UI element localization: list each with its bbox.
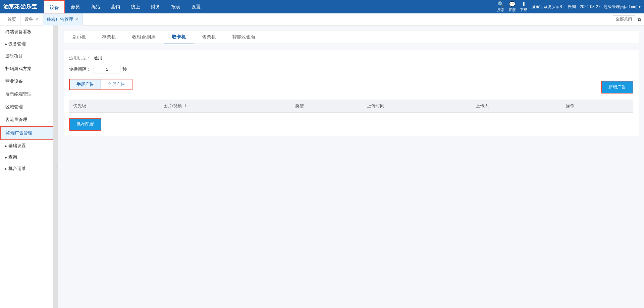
search-button[interactable]: 🔍 搜索 [497, 1, 504, 12]
nav-item-baobiao[interactable]: 报表 [166, 0, 186, 13]
topbar-right: 🔍 搜索 💬 客服 ⬇ 下载 游乐宝系统演示S | 账期：2024-08-27 … [497, 1, 641, 12]
collapse-arrow-query-icon: ▸ [5, 156, 7, 159]
sub-tab-duibi[interactable]: 兑币机 [64, 31, 94, 44]
sidebar-group-device[interactable]: ▸ 设备管理 [0, 38, 53, 50]
tabbar: 首页 设备 ✕ 终端广告管理 ✕ 全部关闭 ⧉ [0, 13, 644, 25]
nav-item-shebei[interactable]: 设备 [44, 0, 65, 13]
sidebar: 终端设备看板 ▸ 设备管理 游乐项目 扫码游戏方案 营业设备 展示终端管理 区域… [0, 25, 54, 308]
sidebar-item-display-terminal[interactable]: 展示终端管理 [0, 88, 53, 101]
search-icon: 🔍 [497, 1, 504, 7]
tab-home[interactable]: 首页 [3, 13, 20, 25]
table-header-media: 图片/视频 ℹ [159, 100, 291, 113]
user-dropdown-icon: ▾ [639, 4, 641, 9]
table-header-priority: 优先级 [69, 100, 159, 113]
tab-ad-management[interactable]: 终端广告管理 ✕ [43, 13, 83, 25]
sidebar-group-machine[interactable]: ▸ 机台运维 [0, 163, 53, 174]
sub-tab-shoupiao[interactable]: 售票机 [194, 31, 224, 44]
tab-shebei-close-icon[interactable]: ✕ [35, 13, 39, 25]
sidebar-item-terminal-ad[interactable]: 终端广告管理 [0, 126, 53, 140]
ad-controls-row: 半屏广告 全屏广告 新增广告 [69, 79, 633, 96]
sub-tab-cunpiao[interactable]: 存票机 [94, 31, 124, 44]
sidebar-item-yuele-project[interactable]: 游乐项目 [0, 50, 53, 62]
ad-controls-right: 新增广告 [601, 81, 633, 94]
nav-item-caiwu[interactable]: 财务 [146, 0, 166, 13]
interval-label: 轮播间隔： [69, 66, 91, 72]
main-layout: 终端设备看板 ▸ 设备管理 游乐项目 扫码游戏方案 营业设备 展示终端管理 区域… [0, 25, 644, 308]
ad-table: 优先级 图片/视频 ℹ 类型 上传时间 上传人 操作 [69, 100, 633, 113]
tab-shebei[interactable]: 设备 ✕ [20, 13, 43, 25]
save-config-button[interactable]: 保存配置 [69, 118, 101, 131]
applicable-label: 适用机型： [69, 55, 91, 61]
sidebar-group-basic[interactable]: ▸ 基础设置 [0, 140, 53, 151]
sub-tabs: 兑币机 存票机 收银台副屏 取卡机 售票机 智能收银台 [64, 31, 639, 44]
user-info[interactable]: 游乐宝系统演示S | 账期：2024-08-27 超级管理员(admin) ▾ [531, 4, 641, 10]
collapse-arrow-basic-icon: ▸ [5, 144, 7, 148]
table-header-action: 操作 [562, 100, 633, 113]
sub-tab-shouyintai-fupingg[interactable]: 收银台副屏 [124, 31, 164, 44]
interval-unit: 秒 [122, 66, 127, 72]
config-section: 适用机型： 通用 轮播间隔： 秒 半屏广告 全屏广告 新增广告 [64, 50, 639, 136]
close-all-button[interactable]: 全部关闭 [613, 15, 635, 23]
ad-type-half-screen[interactable]: 半屏广告 [70, 79, 101, 89]
content-area: 兑币机 存票机 收银台副屏 取卡机 售票机 智能收银台 适用机型： 通用 轮播间… [58, 25, 644, 308]
table-header-type: 类型 [291, 100, 363, 113]
ad-type-full-screen[interactable]: 全屏广告 [101, 79, 132, 89]
nav-item-yingxiao[interactable]: 营销 [105, 0, 125, 13]
table-header-upload-time: 上传时间 [363, 100, 472, 113]
nav-item-huiyuan[interactable]: 会员 [65, 0, 85, 13]
sidebar-item-area[interactable]: 区域管理 [0, 101, 53, 113]
tab-expand-icon[interactable]: ⧉ [638, 17, 641, 22]
app-logo: 油菜花·游乐宝 [3, 3, 37, 10]
download-button[interactable]: ⬇ 下载 [520, 1, 527, 12]
sub-tab-quka[interactable]: 取卡机 [164, 31, 194, 44]
sub-tab-smart-cashier[interactable]: 智能收银台 [224, 31, 264, 44]
topbar: 油菜花·游乐宝 设备 会员 商品 营销 线上 财务 报表 设置 🔍 搜索 💬 客… [0, 0, 644, 13]
sidebar-group-query[interactable]: ▸ 查询 [0, 151, 53, 163]
customer-service-icon: 💬 [509, 1, 516, 7]
customer-service-button[interactable]: 💬 客服 [508, 1, 516, 12]
nav-item-shezhi[interactable]: 设置 [186, 0, 206, 13]
ad-type-tabs: 半屏广告 全屏广告 [69, 79, 132, 90]
new-ad-button[interactable]: 新增广告 [601, 81, 633, 94]
applicable-type-row: 适用机型： 通用 [69, 55, 633, 61]
interval-row: 轮播间隔： 秒 [69, 65, 633, 73]
sidebar-item-terminal-dashboard[interactable]: 终端设备看板 [0, 25, 53, 38]
sidebar-item-yingye-device[interactable]: 营业设备 [0, 75, 53, 88]
tab-ad-close-icon[interactable]: ✕ [75, 13, 78, 25]
nav-item-xianshang[interactable]: 线上 [125, 0, 146, 13]
table-header-info-icon: ℹ [184, 103, 186, 108]
interval-input[interactable] [94, 65, 120, 73]
tab-right: 全部关闭 ⧉ [613, 15, 641, 23]
table-header-uploader: 上传人 [472, 100, 562, 113]
sidebar-item-passenger-flow[interactable]: 客流量管理 [0, 113, 53, 126]
collapse-arrow-icon: ▸ [5, 42, 7, 46]
sidebar-toggle[interactable]: ‹ [54, 25, 58, 308]
nav-item-shangpin[interactable]: 商品 [85, 0, 105, 13]
download-icon: ⬇ [522, 1, 526, 7]
applicable-value: 通用 [94, 55, 102, 61]
collapse-arrow-machine-icon: ▸ [5, 167, 7, 171]
topbar-nav: 设备 会员 商品 营销 线上 财务 报表 设置 [44, 0, 497, 13]
sidebar-item-saoma-plan[interactable]: 扫码游戏方案 [0, 62, 53, 75]
